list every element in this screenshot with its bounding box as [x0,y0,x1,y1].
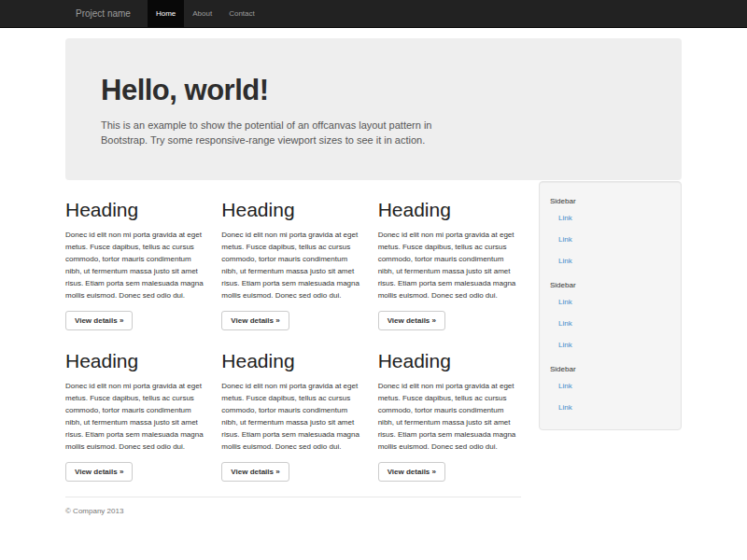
feature-card: Heading Donec id elit non mi porta gravi… [221,196,364,330]
feature-card: Heading Donec id elit non mi porta gravi… [65,347,208,482]
brand-link[interactable]: Project name [65,0,141,28]
sidebar-link[interactable]: Link [549,291,671,313]
card-text: Donec id elit non mi porta gravida at eg… [221,380,364,453]
feature-card: Heading Donec id elit non mi porta gravi… [378,196,521,330]
sidebar-link[interactable]: Link [549,250,671,272]
card-text: Donec id elit non mi porta gravida at eg… [378,380,521,453]
card-text: Donec id elit non mi porta gravida at eg… [65,380,208,453]
jumbotron-text: This is an example to show the potential… [101,118,474,147]
sidebar-group-label: Sidebar [550,281,671,289]
nav-item-home[interactable]: Home [148,0,184,28]
sidebar-group-3: Sidebar Link Link [549,365,671,418]
feature-card: Heading Donec id elit non mi porta gravi… [378,347,521,482]
card-heading: Heading [221,350,364,372]
nav-link-about[interactable]: About [184,0,220,28]
nav-link-contact[interactable]: Contact [220,0,263,28]
nav-item-contact[interactable]: Contact [220,0,263,28]
jumbotron: Hello, world! This is an example to show… [65,38,682,180]
sidebar-group-label: Sidebar [550,365,671,373]
card-heading: Heading [65,199,208,221]
sidebar-link[interactable]: Link [549,313,671,334]
card-heading: Heading [221,199,364,221]
card-heading: Heading [65,350,208,372]
jumbotron-title: Hello, world! [101,74,646,107]
nav-link-home[interactable]: Home [148,0,184,28]
sidebar-group-label: Sidebar [550,197,671,205]
card-text: Donec id elit non mi porta gravida at eg… [378,229,521,301]
footer: © Company 2013 [65,497,521,515]
sidebar-group-1: Sidebar Link Link Link [549,197,671,272]
view-details-button[interactable]: View details » [378,462,445,482]
sidebar-group-2: Sidebar Link Link Link [549,281,671,356]
sidebar-panel: Sidebar Link Link Link Sidebar Link Link… [539,181,682,430]
view-details-button[interactable]: View details » [378,311,445,330]
top-navbar: Project name Home About Contact [0,0,747,28]
sidebar-link[interactable]: Link [549,375,671,397]
view-details-button[interactable]: View details » [65,462,133,482]
sidebar-link[interactable]: Link [549,397,671,418]
sidebar-link[interactable]: Link [549,334,671,356]
card-heading: Heading [378,350,521,372]
main-content: Heading Donec id elit non mi porta gravi… [65,180,521,515]
cards-row-1: Heading Donec id elit non mi porta gravi… [65,196,521,330]
nav-item-about[interactable]: About [184,0,220,28]
feature-card: Heading Donec id elit non mi porta gravi… [221,347,364,482]
copyright-text: © Company 2013 [65,507,521,515]
card-text: Donec id elit non mi porta gravida at eg… [221,229,364,301]
view-details-button[interactable]: View details » [221,311,289,330]
view-details-button[interactable]: View details » [221,462,289,482]
sidebar-link[interactable]: Link [549,207,671,229]
cards-row-2: Heading Donec id elit non mi porta gravi… [65,347,521,482]
view-details-button[interactable]: View details » [65,311,133,330]
card-text: Donec id elit non mi porta gravida at eg… [65,229,208,301]
navbar-menu: Home About Contact [148,0,263,28]
card-heading: Heading [378,199,521,221]
sidebar-link[interactable]: Link [549,229,671,250]
feature-card: Heading Donec id elit non mi porta gravi… [65,196,208,330]
